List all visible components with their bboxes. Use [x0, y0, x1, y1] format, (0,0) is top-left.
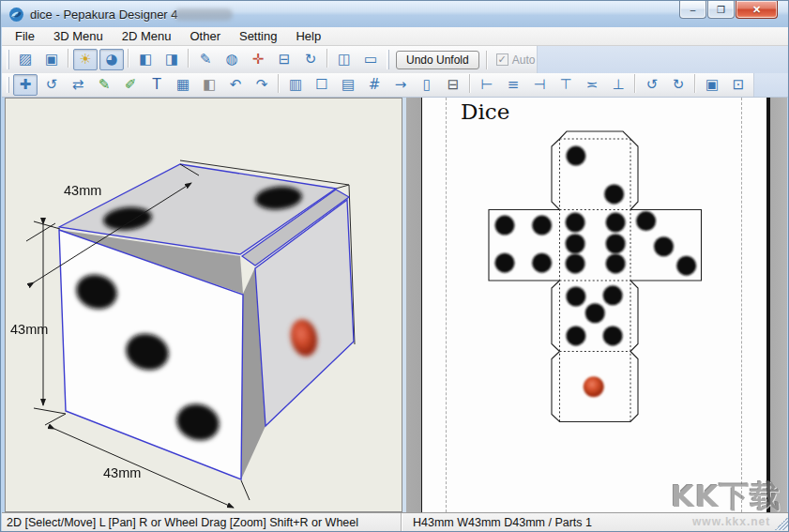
- dim-bottom-label: 43mm: [103, 465, 141, 480]
- align-middle-icon: ≍: [586, 78, 599, 92]
- seam-gap-top: [59, 230, 243, 294]
- toolbar-separator: [128, 49, 129, 68]
- close-button[interactable]: ✕: [736, 1, 778, 19]
- save-file-icon[interactable]: ▣: [39, 49, 64, 70]
- menu-bar: File3D Menu2D MenuOtherSettingHelp: [2, 27, 789, 46]
- rotate-left-icon[interactable]: ↺: [640, 74, 664, 96]
- arrange-parts-icon[interactable]: ▤: [336, 74, 360, 96]
- rotate-left-icon: ↺: [646, 78, 659, 92]
- dice-top-face: [59, 164, 336, 254]
- print-icon: ⊟: [448, 78, 460, 92]
- page-number-icon[interactable]: #: [362, 74, 387, 96]
- toolbar-2d-buttons: ✚↺⇄✎✐T▦◧↶↷▥☐▤#→▯⊟⊢≡⊣⊤≍⊥↺↻▣⊡: [12, 74, 751, 96]
- rotate-part-icon[interactable]: ↺: [39, 74, 64, 96]
- toolbar-drag-handle[interactable]: [7, 77, 9, 94]
- menu-3d-menu[interactable]: 3D Menu: [44, 27, 113, 45]
- insert-image-icon[interactable]: ▦: [171, 74, 195, 96]
- draw-flap-icon: ✎: [99, 78, 111, 92]
- auto-checkbox-group[interactable]: ✓ Auto: [496, 53, 536, 67]
- divide-parts-icon[interactable]: ⊡: [726, 74, 751, 96]
- redo-icon[interactable]: ↷: [250, 74, 274, 96]
- bounding-box-lines: [180, 160, 355, 344]
- select-move-icon[interactable]: ✚: [13, 74, 38, 96]
- axes-icon: ✛: [252, 53, 265, 67]
- undo-icon[interactable]: ↶: [223, 74, 248, 96]
- menu-setting[interactable]: Setting: [230, 27, 286, 45]
- select-model-icon[interactable]: ◧: [133, 49, 158, 70]
- pattern-title: Dice: [461, 99, 509, 124]
- pattern-2d-pane[interactable]: Dice: [406, 98, 787, 512]
- texture-view-icon[interactable]: ◕: [99, 49, 124, 70]
- check-fold-icon[interactable]: ▥: [283, 74, 308, 96]
- clipboard-icon[interactable]: ▯: [415, 74, 439, 96]
- status-hint: 2D [Select/Move] L [Pan] R or Wheel Drag…: [2, 513, 402, 531]
- one-pane-layout-icon: ▭: [364, 53, 377, 67]
- undo-unfold-button[interactable]: Undo Unfold: [396, 51, 479, 69]
- join-parts-icon[interactable]: ▣: [700, 74, 724, 96]
- model-box-icon: ◧: [203, 78, 216, 92]
- edit-model-icon[interactable]: ✎: [193, 49, 218, 70]
- cylinder-tool-icon[interactable]: ◍: [220, 49, 244, 70]
- toolbar-3d-buttons: ▨▣☀◕◧◨✎◍✛⊟↻◫▭: [12, 49, 384, 70]
- auto-checkbox[interactable]: ✓: [496, 53, 508, 66]
- two-pane-layout-icon: ◫: [338, 53, 351, 67]
- draw-flap-icon[interactable]: ✎: [92, 74, 116, 96]
- mirror-box-icon[interactable]: ⊟: [272, 49, 296, 70]
- minimize-button[interactable]: –: [679, 1, 706, 19]
- one-pane-layout-icon[interactable]: ▭: [358, 49, 383, 70]
- edit-flap-icon: ✐: [125, 78, 137, 92]
- toolbar-separator: [326, 49, 328, 68]
- text-tool-icon[interactable]: T: [144, 74, 169, 96]
- select-region-icon[interactable]: ☐: [310, 74, 334, 96]
- align-right-icon[interactable]: ⊣: [527, 74, 552, 96]
- maximize-button[interactable]: ❐: [707, 1, 735, 19]
- toolbar-separator: [469, 74, 471, 93]
- toolbar-drag-handle[interactable]: [387, 50, 389, 68]
- two-pane-layout-icon[interactable]: ◫: [332, 49, 357, 70]
- dimension-lines: [26, 164, 250, 508]
- select-face-icon[interactable]: ◨: [159, 49, 184, 70]
- page-margin-right: [741, 98, 742, 512]
- align-right-icon: ⊣: [533, 78, 545, 92]
- axes-icon[interactable]: ✛: [246, 49, 270, 70]
- check-fold-icon: ▥: [289, 78, 302, 92]
- undo-icon: ↶: [230, 78, 242, 92]
- toolbar-2d-chunk: ✚↺⇄✎✐T▦◧↶↷▥☐▤#→▯⊟⊢≡⊣⊤≍⊥↺↻▣⊡: [2, 73, 754, 97]
- move-to-page-icon: →: [395, 78, 407, 92]
- viewer-3d-pane[interactable]: 43mm 43mm 43mm: [5, 98, 402, 512]
- align-top-icon[interactable]: ⊤: [554, 74, 578, 96]
- select-move-icon: ✚: [20, 78, 32, 92]
- toolbar-drag-handle[interactable]: [7, 50, 9, 68]
- print-icon[interactable]: ⊟: [441, 74, 465, 96]
- toolbar-3d-chunk: ▨▣☀◕◧◨✎◍✛⊟↻◫▭ Undo Unfold ✓ Auto: [2, 46, 538, 73]
- align-center-icon[interactable]: ≡: [501, 74, 525, 96]
- menu-2d-menu[interactable]: 2D Menu: [113, 27, 181, 45]
- distribute-parts-icon[interactable]: ⇄: [66, 74, 90, 96]
- window-controls: – ❐ ✕: [678, 1, 778, 19]
- align-top-icon: ⊤: [559, 78, 571, 92]
- menu-other[interactable]: Other: [180, 27, 230, 45]
- menu-help[interactable]: Help: [286, 27, 330, 45]
- toolbar-separator: [188, 49, 190, 68]
- blurred-text: [174, 8, 233, 21]
- menu-file[interactable]: File: [6, 27, 44, 45]
- align-bottom-icon[interactable]: ⊥: [606, 74, 630, 96]
- edit-flap-icon[interactable]: ✐: [118, 74, 143, 96]
- align-middle-icon[interactable]: ≍: [580, 74, 604, 96]
- model-box-icon[interactable]: ◧: [197, 74, 221, 96]
- pattern-page: [421, 98, 770, 512]
- window-title: dice - Pepakura Designer 4: [30, 8, 178, 22]
- resize-grip[interactable]: [775, 517, 788, 530]
- divide-parts-icon: ⊡: [733, 78, 745, 92]
- title-bar[interactable]: dice - Pepakura Designer 4 – ❐ ✕: [1, 1, 789, 27]
- rotate-view-icon[interactable]: ↻: [298, 49, 323, 70]
- open-file-icon[interactable]: ▨: [13, 49, 38, 70]
- rotate-right-icon[interactable]: ↻: [666, 74, 690, 96]
- app-window: dice - Pepakura Designer 4 – ❐ ✕ File3D …: [0, 0, 789, 532]
- move-to-page-icon[interactable]: →: [388, 74, 413, 96]
- select-model-icon: ◧: [139, 53, 152, 67]
- align-bottom-icon: ⊥: [612, 78, 624, 92]
- align-left-icon[interactable]: ⊢: [475, 74, 499, 96]
- toolbar-separator: [486, 51, 488, 69]
- light-toggle-icon[interactable]: ☀: [73, 49, 98, 70]
